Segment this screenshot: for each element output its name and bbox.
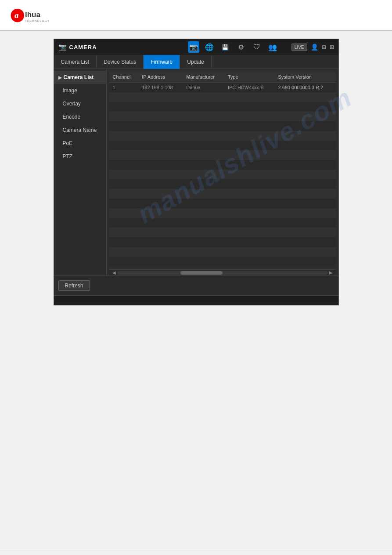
table-row [109, 208, 336, 218]
shield-menu-icon[interactable]: 🛡 [251, 41, 263, 53]
section-title: CAMERA [69, 44, 97, 51]
scroll-right-arrow[interactable]: ▶ [328, 270, 334, 275]
sidebar-item-camera-name[interactable]: Camera Name [54, 123, 106, 137]
table-row [109, 92, 336, 102]
logo: a lhua TECHNOLOGY [9, 8, 61, 25]
horizontal-scrollbar[interactable]: ◀ ▶ [109, 269, 336, 276]
scroll-left-arrow[interactable]: ◀ [111, 270, 117, 275]
table-row [109, 189, 336, 199]
refresh-button[interactable]: Refresh [58, 280, 90, 291]
table-row [109, 199, 336, 208]
tab-camera-list[interactable]: Camera List [54, 55, 97, 69]
exit-action-icon[interactable]: ⊟ [322, 44, 326, 50]
table-row [109, 237, 336, 247]
main-content: ▶ Camera List Image Overlay Encode Camer… [54, 69, 338, 276]
top-bar: 📷 CAMERA 📷 🌐 💾 ⚙ 🛡 👥 LIVE 👤 ⊟ ⊞ [54, 39, 338, 55]
sidebar-item-poe[interactable]: PoE [54, 137, 106, 150]
live-badge: LIVE [291, 44, 307, 51]
sub-nav: Camera List Device Status Firmware Updat… [54, 55, 338, 69]
svg-text:lhua: lhua [25, 10, 41, 19]
firmware-table: Channel IP Address Manufacturer Type Sys… [109, 72, 336, 266]
table-row [109, 102, 336, 112]
table-row [109, 131, 336, 141]
col-type: Type [224, 72, 275, 83]
user-action-icon[interactable]: 👤 [311, 44, 318, 51]
settings-menu-icon[interactable]: ⚙ [235, 41, 247, 53]
bottom-content [0, 313, 392, 533]
arrow-icon: ▶ [58, 75, 62, 80]
top-bar-icons: 📷 🌐 💾 ⚙ 🛡 👥 [175, 41, 291, 53]
table-row [109, 228, 336, 237]
table-row [109, 141, 336, 150]
table-row [109, 218, 336, 228]
table-row [109, 257, 336, 266]
top-bar-right: LIVE 👤 ⊟ ⊞ [291, 44, 334, 51]
sidebar-item-overlay[interactable]: Overlay [54, 97, 106, 110]
sidebar-item-encode[interactable]: Encode [54, 110, 106, 123]
network-menu-icon[interactable]: 🌐 [204, 41, 215, 53]
footer-bar [54, 295, 338, 305]
scrollbar-track[interactable] [117, 271, 328, 275]
table-row [109, 150, 336, 160]
bottom-line: ____ [0, 551, 392, 555]
col-system-version: System Version [274, 72, 335, 83]
sidebar-item-image[interactable]: Image [54, 84, 106, 97]
top-bar-left: 📷 CAMERA [58, 43, 175, 51]
table-row [109, 160, 336, 170]
camera-menu-icon[interactable]: 📷 [188, 41, 199, 53]
table-row: 1 192.168.1.108 Dahua IPC-HDW4xxx-B 2.68… [109, 83, 336, 92]
col-channel: Channel [109, 72, 139, 83]
tab-device-status[interactable]: Device Status [97, 55, 144, 69]
sidebar-camera-list-header[interactable]: ▶ Camera List [54, 71, 106, 84]
grid-action-icon[interactable]: ⊞ [330, 44, 334, 50]
storage-menu-icon[interactable]: 💾 [219, 41, 231, 53]
table-row [109, 179, 336, 189]
tab-firmware[interactable]: Firmware [144, 55, 180, 69]
col-manufacturer: Manufacturer [183, 72, 224, 83]
sidebar: ▶ Camera List Image Overlay Encode Camer… [54, 69, 107, 276]
logo-area: a lhua TECHNOLOGY [0, 0, 392, 30]
scrollbar-thumb[interactable] [180, 271, 223, 275]
content-panel: Channel IP Address Manufacturer Type Sys… [107, 69, 338, 276]
main-ui: 📷 CAMERA 📷 🌐 💾 ⚙ 🛡 👥 LIVE 👤 ⊟ ⊞ Camera [54, 39, 339, 305]
action-bar: Refresh [54, 276, 338, 295]
person-menu-icon[interactable]: 👥 [267, 41, 278, 53]
camera-nav-icon: 📷 [58, 43, 67, 51]
table-row [109, 170, 336, 179]
logo-svg: a lhua TECHNOLOGY [9, 8, 57, 25]
table-row [109, 247, 336, 257]
col-ip-address: IP Address [138, 72, 183, 83]
firmware-table-wrapper: Channel IP Address Manufacturer Type Sys… [109, 72, 336, 267]
table-row [109, 121, 336, 131]
table-row [109, 112, 336, 121]
svg-text:a: a [14, 11, 19, 20]
sidebar-item-ptz[interactable]: PTZ [54, 150, 106, 163]
tab-update[interactable]: Update [180, 55, 212, 69]
bottom-line-text: ____ [0, 553, 392, 555]
svg-text:TECHNOLOGY: TECHNOLOGY [25, 19, 50, 22]
